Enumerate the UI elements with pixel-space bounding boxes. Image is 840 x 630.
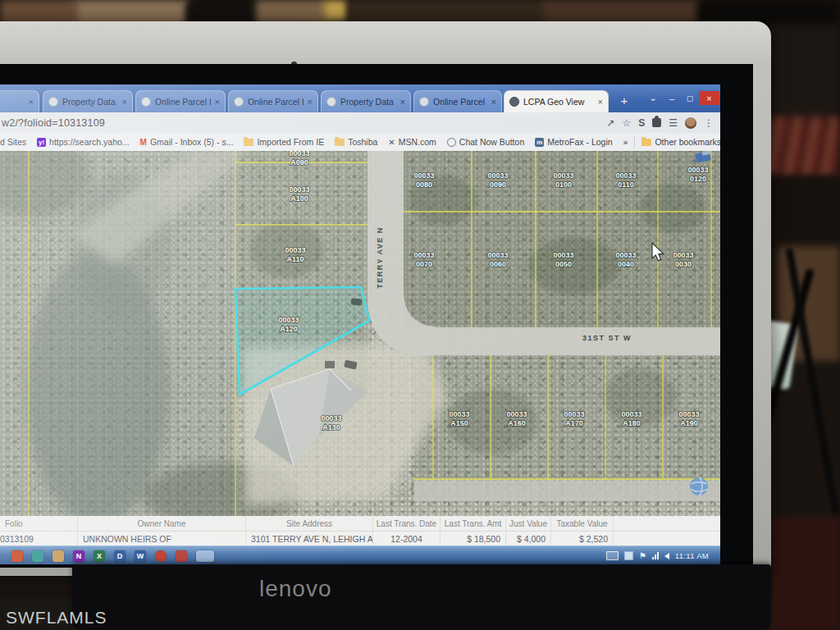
parcel-label: 00033 <box>278 316 299 324</box>
parcel-label: A160 <box>508 419 526 427</box>
col-header-date: Last Trans. Date <box>373 516 441 531</box>
cell-spacer <box>614 532 720 546</box>
taskbar-app-icon[interactable] <box>176 550 187 562</box>
folder-icon <box>244 139 253 146</box>
bookmark-msn[interactable]: ✕ MSN.com <box>388 137 436 147</box>
bookmark-metrofax[interactable]: m MetroFax - Login <box>535 137 612 147</box>
bookmark-yahoo-search[interactable]: y! https://search.yaho... <box>37 137 129 147</box>
swflamls-watermark: SWFLAMLS <box>6 608 107 628</box>
gis-aerial-map[interactable]: TERRY AVE N 31ST ST W 00033A09000033A100… <box>0 151 720 516</box>
parcel-label: 00033 <box>413 251 434 259</box>
profile-avatar[interactable] <box>685 117 696 129</box>
parcel-label: A130 <box>322 423 340 431</box>
tab-partial[interactable]: × <box>0 90 39 112</box>
close-icon[interactable]: × <box>29 97 34 107</box>
minimize-button[interactable]: – <box>664 91 679 105</box>
bookmark-gmail[interactable]: M Gmail - Inbox (5) - s... <box>140 137 234 147</box>
parcel-label: 0050 <box>555 260 572 268</box>
parcel-label: 00033 <box>687 166 708 174</box>
parcel-label: A170 <box>565 419 583 427</box>
cell-folio: 0313109 <box>0 532 78 546</box>
taskbar-app-onenote-icon[interactable]: N <box>73 550 84 562</box>
extensions-puzzle-icon[interactable] <box>652 118 661 127</box>
reading-list-icon[interactable]: ☰ <box>669 118 678 128</box>
photo-of-laptop: × Property Data Searc × Online Parcel In… <box>0 0 840 630</box>
parcel-label: A100 <box>290 194 308 203</box>
tab-lcpa-geo-view-active[interactable]: LCPA Geo View × <box>504 90 609 112</box>
bookmark-chat-now[interactable]: Chat Now Button <box>447 137 524 147</box>
taskbar-app-icon[interactable] <box>52 550 64 562</box>
tab-property-data-search-2[interactable]: Property Data Searc × <box>321 90 411 112</box>
parcel-label: 00033 <box>553 251 573 259</box>
parcel-label: 0030 <box>675 260 692 268</box>
globe-icon <box>447 138 456 147</box>
volume-icon[interactable] <box>664 553 669 559</box>
maximize-button[interactable]: ▢ <box>682 91 697 105</box>
road-alley <box>414 481 720 501</box>
col-header-just-value: Just Value <box>506 516 551 531</box>
close-icon[interactable]: × <box>598 97 603 107</box>
col-header-owner: Owner Name <box>78 516 246 531</box>
gmail-icon: M <box>140 138 147 147</box>
taskbar-app-active[interactable] <box>196 550 214 562</box>
msn-butterfly-icon: ✕ <box>388 138 395 147</box>
tab-favicon <box>48 97 58 107</box>
share-icon[interactable]: ↗ <box>606 118 614 128</box>
parcel-label: 00033 <box>506 410 527 418</box>
room-floor <box>763 517 840 630</box>
parcel-label: 00033 <box>487 171 508 180</box>
browser-window: × Property Data Searc × Online Parcel In… <box>0 84 720 564</box>
tray-flag-icon[interactable]: ⚑ <box>639 551 646 560</box>
map-overlay: TERRY AVE N 31ST ST W 00033A09000033A100… <box>0 151 720 516</box>
bookmarks-overflow-chevron[interactable]: » <box>623 137 628 147</box>
tray-keyboard-icon[interactable] <box>606 551 619 560</box>
close-window-button[interactable]: × <box>699 91 719 105</box>
close-icon[interactable]: × <box>215 97 220 107</box>
tray-app-icon[interactable] <box>624 551 633 560</box>
other-bookmarks-button[interactable]: Other bookmarks <box>641 137 720 147</box>
taskbar-app-icon[interactable] <box>32 550 43 562</box>
bookmark-sites[interactable]: d Sites <box>0 137 26 147</box>
tab-favicon <box>141 97 151 107</box>
address-toolbar: w2/?folioid=10313109 ↗ ☆ S ☰ ⋮ <box>0 112 720 134</box>
parcel-label: A190 <box>680 419 698 427</box>
parcel-label: 00033 <box>321 414 341 422</box>
bookmark-toshiba[interactable]: Toshiba <box>335 137 377 147</box>
parcel-label: 00033 <box>615 251 636 259</box>
extension-s-icon[interactable]: S <box>638 118 645 128</box>
parcel-label: A110 <box>286 255 304 263</box>
taskbar-app-icon[interactable] <box>155 550 167 562</box>
col-header-taxable: Taxable Value <box>551 516 614 531</box>
close-icon[interactable]: × <box>308 97 313 107</box>
tab-online-parcel-inquiry-3[interactable]: Online Parcel Inquir × <box>413 90 502 112</box>
cell-amount: $ 18,500 <box>441 532 506 546</box>
network-icon[interactable] <box>652 552 659 559</box>
close-icon[interactable]: × <box>122 97 127 107</box>
close-icon[interactable]: × <box>491 97 496 107</box>
info-value-row[interactable]: 0313109 UNKNOWN HEIRS OF 3101 TERRY AVE … <box>0 532 720 546</box>
bookmark-star-icon[interactable]: ☆ <box>622 118 631 128</box>
taskbar-app-icon[interactable] <box>11 550 23 562</box>
taskbar-app-excel-icon[interactable]: X <box>94 550 105 562</box>
new-tab-button[interactable]: + <box>615 92 633 108</box>
tab-online-parcel-inquiry-1[interactable]: Online Parcel Inquir × <box>135 90 226 112</box>
esri-globe-logo <box>690 477 708 495</box>
tab-property-data-search-1[interactable]: Property Data Searc × <box>43 90 133 112</box>
cell-owner: UNKNOWN HEIRS OF <box>78 532 246 546</box>
col-header-folio: Folio <box>0 516 78 531</box>
close-icon[interactable]: × <box>400 97 405 107</box>
tab-search-chevron-icon[interactable]: ⌄ <box>646 91 660 105</box>
parcel-label: 00033 <box>564 410 584 418</box>
system-tray: ⚑ 11:11 AM <box>606 551 720 560</box>
url-text[interactable]: w2/?folioid=10313109 <box>0 117 105 129</box>
tab-online-parcel-inquiry-2[interactable]: Online Parcel Inquir × <box>228 90 318 112</box>
taskbar-app-icon[interactable]: D <box>114 550 126 562</box>
menu-dots-icon[interactable]: ⋮ <box>704 118 714 128</box>
laptop-base: lenovo <box>72 564 771 630</box>
taskbar-app-word-icon[interactable]: W <box>135 550 146 562</box>
bookmark-imported-from-ie[interactable]: Imported From IE <box>244 137 324 147</box>
cell-taxable: $ 2,520 <box>551 532 614 546</box>
parcel-label: 0090 <box>490 180 506 189</box>
taskbar-apps: N X D W <box>0 550 214 562</box>
taskbar-clock[interactable]: 11:11 AM <box>675 551 709 560</box>
